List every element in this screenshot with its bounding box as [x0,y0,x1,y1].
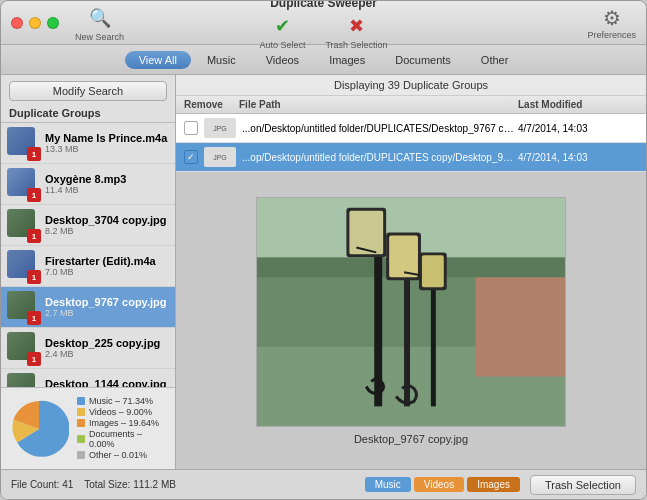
item-thumb: 1 [7,250,39,282]
legend-item-documents: Documents – 0.00% [77,429,167,449]
legend-dot-images [77,419,85,427]
svg-rect-11 [389,235,418,277]
col-header-remove: Remove [184,99,239,110]
svg-rect-7 [431,277,436,406]
trash-selection-button[interactable]: Trash Selection [530,475,636,495]
svg-rect-13 [422,255,444,287]
file-count-value: 41 [62,479,73,490]
legend-item-videos: Videos – 9.00% [77,407,167,417]
dup-list: 1 My Name Is Prince.m4a 13.3 MB 1 Oxygèn… [1,123,175,387]
legend-dot-documents [77,435,85,443]
file-ext-2: JPG [204,147,236,167]
item-thumb: 1 [7,373,39,387]
list-item-selected[interactable]: 1 Desktop_9767 copy.jpg 2.7 MB [1,287,175,328]
item-thumb: 1 [7,209,39,241]
tab-documents[interactable]: Documents [381,51,465,69]
list-item[interactable]: 1 Desktop_225 copy.jpg 2.4 MB [1,328,175,369]
list-item[interactable]: 1 Oxygène 8.mp3 11.4 MB [1,164,175,205]
tag-images: Images [467,477,520,492]
col-header-date: Last Modified [518,99,638,110]
titlebar: 🔍 New Search Duplicate Sweeper ✔ Auto Se… [1,1,646,45]
file-list: JPG ...on/Desktop/untitled folder/DUPLIC… [176,114,646,172]
new-search-button[interactable]: 🔍 New Search [75,4,124,42]
legend-item-images: Images – 19.64% [77,418,167,428]
preferences-button[interactable]: ⚙ Preferences [587,6,636,40]
maximize-button[interactable] [47,17,59,29]
file-path-1: ...on/Desktop/untitled folder/DUPLICATES… [242,123,518,134]
item-thumb: 1 [7,168,39,200]
legend: Music – 71.34% Videos – 9.00% Images – 1… [77,396,167,461]
auto-select-icon: ✔ [268,12,296,40]
total-size-label: Total Size: [84,479,130,490]
legend-item-music: Music – 71.34% [77,396,167,406]
file-path-2: ...op/Desktop/untitled folder/DUPLICATES… [242,152,518,163]
table-header: Remove File Path Last Modified [176,96,646,114]
list-item[interactable]: 1 My Name Is Prince.m4a 13.3 MB [1,123,175,164]
tab-view-all[interactable]: View All [125,51,191,69]
bottom-info: File Count: 41 Total Size: 111.2 MB [11,479,355,490]
file-date-2: 4/7/2014, 14:03 [518,152,638,163]
new-search-icon: 🔍 [86,4,114,32]
preview-caption: Desktop_9767 copy.jpg [354,433,468,445]
total-size-value: 111.2 MB [133,479,176,490]
main-window: 🔍 New Search Duplicate Sweeper ✔ Auto Se… [0,0,647,500]
legend-dot-music [77,397,85,405]
minimize-button[interactable] [29,17,41,29]
window-title: Duplicate Sweeper [270,0,377,10]
status-display: Displaying 39 Duplicate Groups [176,75,646,96]
auto-select-button[interactable]: ✔ Auto Select [259,12,305,50]
tab-music[interactable]: Music [193,51,250,69]
list-item[interactable]: 1 Desktop_1144 copy.jpg 2.4 MB [1,369,175,387]
file-date-1: 4/7/2014, 14:03 [518,123,638,134]
item-thumb: 1 [7,127,39,159]
file-count-label: File Count: [11,479,59,490]
file-checkbox-2[interactable] [184,150,198,164]
item-thumb: 1 [7,332,39,364]
preview-area: Desktop_9767 copy.jpg [176,172,646,469]
file-row[interactable]: JPG ...on/Desktop/untitled folder/DUPLIC… [176,114,646,143]
gear-icon: ⚙ [603,6,621,30]
tag-videos: Videos [414,477,464,492]
main-area: Modify Search Duplicate Groups 1 My Name… [1,75,646,469]
legend-item-other: Other – 0.01% [77,450,167,460]
tab-videos[interactable]: Videos [252,51,313,69]
preview-image [256,197,566,427]
filter-bar: View All Music Videos Images Documents O… [1,45,646,75]
legend-dot-videos [77,408,85,416]
modify-search-button[interactable]: Modify Search [9,81,167,101]
traffic-lights [11,17,59,29]
tab-images[interactable]: Images [315,51,379,69]
file-row-selected[interactable]: JPG ...op/Desktop/untitled folder/DUPLIC… [176,143,646,172]
col-header-path: File Path [239,99,518,110]
legend-dot-other [77,451,85,459]
right-panel: Displaying 39 Duplicate Groups Remove Fi… [176,75,646,469]
titlebar-center: Duplicate Sweeper ✔ Auto Select ✖ Trash … [259,0,387,50]
dup-groups-header: Duplicate Groups [1,105,175,123]
bottom-tags: Music Videos Images [365,477,520,492]
item-thumb: 1 [7,291,39,323]
thumb-image [7,373,35,387]
left-panel: Modify Search Duplicate Groups 1 My Name… [1,75,176,469]
list-item[interactable]: 1 Desktop_3704 copy.jpg 8.2 MB [1,205,175,246]
close-button[interactable] [11,17,23,29]
tag-music: Music [365,477,411,492]
file-ext-1: JPG [204,118,236,138]
trash-selection-button-toolbar[interactable]: ✖ Trash Selection [325,12,387,50]
pie-area: Music – 71.34% Videos – 9.00% Images – 1… [1,387,175,469]
bottom-bar: File Count: 41 Total Size: 111.2 MB Musi… [1,469,646,499]
tab-other[interactable]: Other [467,51,523,69]
pie-chart [9,399,69,459]
trash-icon: ✖ [343,12,371,40]
svg-rect-9 [349,210,383,254]
svg-rect-4 [476,277,565,376]
file-checkbox-1[interactable] [184,121,198,135]
list-item[interactable]: 1 Firestarter (Edit).m4a 7.0 MB [1,246,175,287]
